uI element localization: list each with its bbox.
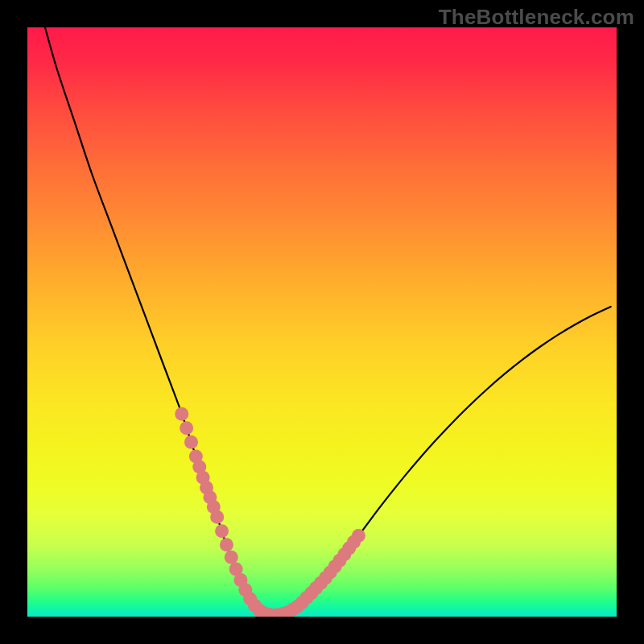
highlight-dot [180,421,193,435]
chart-frame: TheBottleneck.com [0,0,644,644]
highlight-dot [184,436,198,449]
watermark-text: TheBottleneck.com [439,5,634,30]
bottleneck-curve [45,27,611,616]
highlight-dot [220,538,233,551]
highlight-dot [352,529,365,543]
highlight-dot [215,524,229,538]
highlight-dot [175,407,188,421]
highlight-dot [225,551,238,564]
highlight-dots [175,407,365,617]
plot-area [27,27,617,617]
highlight-dot [210,510,224,524]
curve-layer [27,27,617,617]
